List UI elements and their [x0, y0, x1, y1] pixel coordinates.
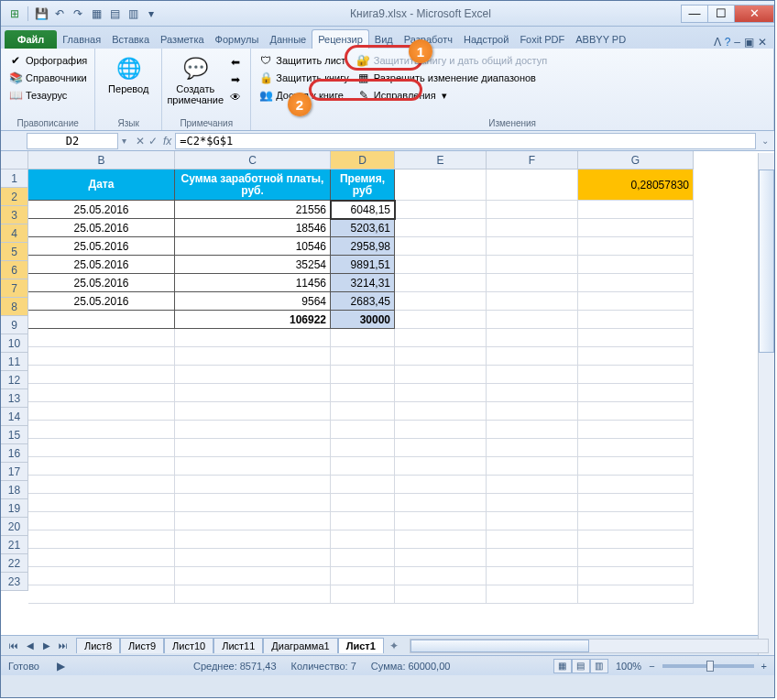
cell-B21[interactable] — [28, 549, 175, 567]
zoom-slider[interactable] — [662, 664, 754, 668]
hscroll-thumb[interactable] — [410, 640, 589, 652]
redo-button[interactable]: ↷ — [70, 5, 86, 22]
row-19[interactable]: 19 — [1, 499, 28, 518]
cell-B23[interactable] — [28, 585, 175, 604]
row-12[interactable]: 12 — [1, 371, 28, 389]
cell-D2[interactable]: 6048,15 — [331, 201, 395, 219]
cell-C2[interactable]: 21556 — [175, 201, 331, 219]
col-B[interactable]: B — [28, 151, 175, 170]
cell-D8[interactable]: 30000 — [331, 311, 395, 329]
cell-D4[interactable]: 2958,98 — [331, 237, 395, 256]
tab-nav-last[interactable]: ⏭ — [56, 639, 71, 653]
sheet-tab-Лист9[interactable]: Лист9 — [120, 638, 164, 653]
name-box[interactable]: D2 — [27, 133, 118, 149]
cell-B19[interactable] — [28, 512, 175, 530]
cancel-formula-icon[interactable]: ✕ — [136, 135, 145, 148]
row-17[interactable]: 17 — [1, 463, 28, 481]
row-18[interactable]: 18 — [1, 481, 28, 499]
cell-F10[interactable] — [487, 347, 578, 366]
allow-ranges-button[interactable]: ▦Разрешить изменение диапазонов — [355, 70, 549, 86]
cell-E15[interactable] — [395, 439, 487, 457]
sheet-tab-Лист1[interactable]: Лист1 — [338, 638, 384, 653]
cell-G2[interactable] — [578, 201, 694, 219]
cell-F8[interactable] — [487, 311, 578, 329]
close-button[interactable]: ✕ — [734, 5, 774, 23]
cell-C12[interactable] — [175, 384, 331, 402]
tab-formulas[interactable]: Формулы — [210, 30, 265, 49]
cell-E23[interactable] — [395, 585, 487, 604]
cell-G11[interactable] — [578, 366, 694, 384]
view-break[interactable]: ▥ — [590, 659, 608, 673]
cell-B6[interactable]: 25.05.2016 — [28, 274, 175, 292]
cell-E6[interactable] — [395, 274, 487, 292]
cell-E11[interactable] — [395, 366, 487, 384]
cell-F18[interactable] — [487, 494, 578, 512]
cell-B5[interactable]: 25.05.2016 — [28, 256, 175, 274]
cell-C5[interactable]: 35254 — [175, 256, 331, 274]
cell-B20[interactable] — [28, 530, 175, 549]
spelling-button[interactable]: ✔Орфография — [6, 52, 89, 69]
cell-E22[interactable] — [395, 567, 487, 585]
cell-B2[interactable]: 25.05.2016 — [28, 201, 175, 219]
cell-G7[interactable] — [578, 292, 694, 311]
col-F[interactable]: F — [487, 151, 578, 170]
cell-G9[interactable] — [578, 329, 694, 347]
row-22[interactable]: 22 — [1, 554, 28, 573]
cell-B14[interactable] — [28, 421, 175, 439]
cell-D22[interactable] — [331, 567, 395, 585]
cell-G4[interactable] — [578, 237, 694, 256]
cell-F3[interactable] — [487, 219, 578, 237]
row-8[interactable]: 8 — [1, 298, 28, 316]
row-4[interactable]: 4 — [1, 224, 28, 243]
tab-view[interactable]: Вид — [369, 30, 399, 49]
cell-F22[interactable] — [487, 567, 578, 585]
qat-more-3[interactable]: ▥ — [125, 5, 141, 22]
cell-C16[interactable] — [175, 457, 331, 476]
thesaurus-button[interactable]: 📖Тезаурус — [6, 87, 89, 104]
cell-D20[interactable] — [331, 530, 395, 549]
cell-C21[interactable] — [175, 549, 331, 567]
row-20[interactable]: 20 — [1, 518, 28, 536]
doc-min-icon[interactable]: – — [734, 36, 740, 49]
cell-D13[interactable] — [331, 402, 395, 421]
col-G[interactable]: G — [578, 151, 694, 170]
cell-E13[interactable] — [395, 402, 487, 421]
cell-G16[interactable] — [578, 457, 694, 476]
cell-G19[interactable] — [578, 512, 694, 530]
cell-C3[interactable]: 18546 — [175, 219, 331, 237]
cell-E21[interactable] — [395, 549, 487, 567]
sheet-tab-Лист8[interactable]: Лист8 — [76, 638, 120, 653]
select-all[interactable] — [1, 151, 28, 170]
cell-B9[interactable] — [28, 329, 175, 347]
sheet-tab-Лист10[interactable]: Лист10 — [164, 638, 213, 653]
tab-addins[interactable]: Надстрой — [458, 30, 514, 49]
tab-review[interactable]: Рецензир — [312, 29, 369, 49]
cell-F15[interactable] — [487, 439, 578, 457]
cell-E17[interactable] — [395, 476, 487, 494]
cell-D9[interactable] — [331, 329, 395, 347]
cell-E18[interactable] — [395, 494, 487, 512]
cell-C13[interactable] — [175, 402, 331, 421]
cell-D1[interactable]: Премия, руб — [331, 170, 395, 201]
cell-E10[interactable] — [395, 347, 487, 366]
maximize-button[interactable]: ☐ — [707, 5, 735, 23]
cell-C19[interactable] — [175, 512, 331, 530]
cell-D11[interactable] — [331, 366, 395, 384]
cell-F16[interactable] — [487, 457, 578, 476]
new-sheet-button[interactable]: ✦ — [384, 640, 404, 652]
tab-nav-prev[interactable]: ◀ — [23, 639, 38, 653]
cell-F1[interactable] — [487, 170, 578, 201]
cell-G20[interactable] — [578, 530, 694, 549]
cell-G8[interactable] — [578, 311, 694, 329]
cell-E1[interactable] — [395, 170, 487, 201]
cell-C11[interactable] — [175, 366, 331, 384]
cell-C7[interactable]: 9564 — [175, 292, 331, 311]
cell-G5[interactable] — [578, 256, 694, 274]
cell-G17[interactable] — [578, 476, 694, 494]
cell-F13[interactable] — [487, 402, 578, 421]
cell-D6[interactable]: 3214,31 — [331, 274, 395, 292]
cell-C9[interactable] — [175, 329, 331, 347]
cell-D23[interactable] — [331, 585, 395, 604]
zoom-out[interactable]: − — [649, 661, 654, 672]
cell-F11[interactable] — [487, 366, 578, 384]
